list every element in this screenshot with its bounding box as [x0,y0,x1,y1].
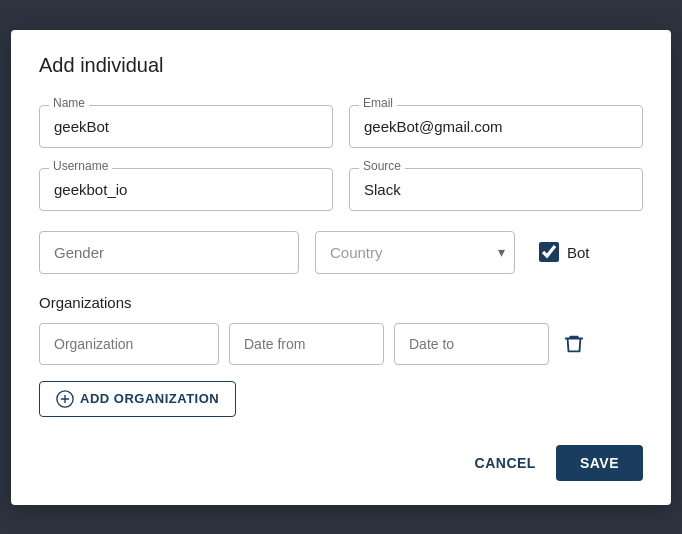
organization-input[interactable] [39,323,219,365]
organization-field [39,323,219,365]
modal-footer: CANCEL SAVE [39,437,643,481]
plus-circle-icon [56,390,74,408]
org-row [39,323,643,365]
source-input[interactable] [349,168,643,211]
gender-field [39,231,299,274]
username-field-wrapper: Username [39,168,333,211]
date-to-input[interactable] [394,323,549,365]
email-input[interactable] [349,105,643,148]
bot-checkbox[interactable] [539,242,559,262]
delete-org-button[interactable] [559,329,589,359]
country-select[interactable]: Country [315,231,515,274]
email-field-wrapper: Email [349,105,643,148]
cancel-button[interactable]: CANCEL [467,445,544,481]
trash-icon [563,333,585,355]
gender-input[interactable] [39,231,299,274]
save-button[interactable]: SAVE [556,445,643,481]
date-from-input[interactable] [229,323,384,365]
bot-section: Bot [539,242,590,262]
name-input[interactable] [39,105,333,148]
bot-label: Bot [567,244,590,261]
name-email-row: Name Email [39,105,643,148]
date-from-field [229,323,384,365]
country-field: Country ▾ [315,231,515,274]
name-field-wrapper: Name [39,105,333,148]
username-input[interactable] [39,168,333,211]
organizations-section: Organizations [39,294,643,417]
date-to-field [394,323,549,365]
add-organization-button[interactable]: ADD ORGANIZATION [39,381,236,417]
modal-title: Add individual [39,54,643,77]
organizations-label: Organizations [39,294,643,311]
username-source-row: Username Source [39,168,643,211]
add-org-label: ADD ORGANIZATION [80,391,219,406]
add-individual-modal: Add individual Name Email Username Sourc… [11,30,671,505]
source-field-wrapper: Source [349,168,643,211]
gender-country-bot-row: Country ▾ Bot [39,231,643,274]
